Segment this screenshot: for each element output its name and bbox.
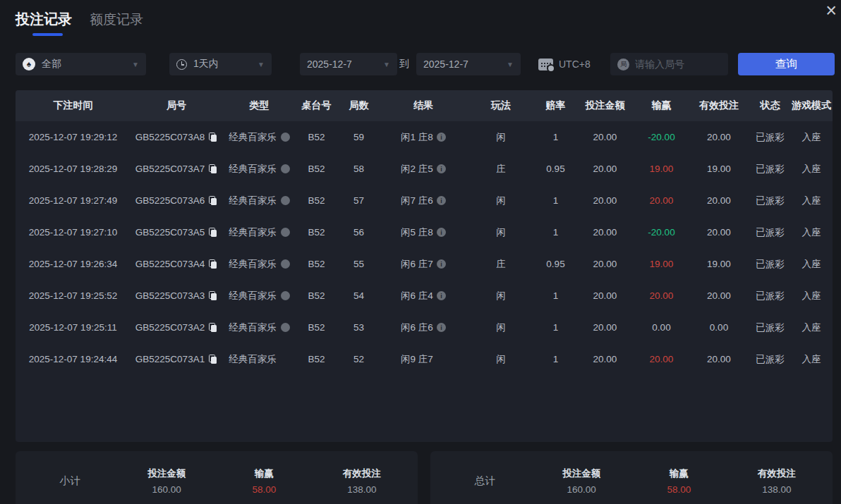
result-info-icon[interactable]: i <box>437 291 446 300</box>
game-type-text: 经典百家乐 <box>229 226 277 239</box>
cell-bet-amount: 20.00 <box>575 195 635 206</box>
result-text: 闲6 庄4 <box>401 290 433 302</box>
cell-bet-time: 2025-12-07 19:25:52 <box>16 290 131 301</box>
cell-odds: 0.95 <box>536 259 575 269</box>
cell-win-loss: -20.00 <box>635 227 688 238</box>
cell-game-mode: 入座 <box>790 258 833 271</box>
game-type-value: 全部 <box>42 58 61 70</box>
table-row: 2025-12-07 19:25:11 GB5225C073A2 经典百家乐 B… <box>16 312 833 343</box>
cell-round-no: 56 <box>337 227 381 238</box>
cell-game-mode: 入座 <box>790 163 833 176</box>
cell-play: 闲 <box>466 131 536 144</box>
cell-bet-amount: 20.00 <box>575 259 635 269</box>
column-header: 下注时间 <box>16 99 131 112</box>
summary-panel-label: 总计 <box>437 474 533 488</box>
result-info-icon[interactable]: i <box>437 323 446 332</box>
copy-icon[interactable] <box>209 323 217 332</box>
copy-icon[interactable] <box>209 196 217 205</box>
cell-result: 闲9 庄7 i <box>381 353 466 366</box>
table-row: 2025-12-07 19:25:52 GB5225C073A3 经典百家乐 B… <box>16 280 833 312</box>
cell-odds: 1 <box>536 322 575 333</box>
cell-bet-amount: 20.00 <box>575 132 635 142</box>
cell-round-id: GB5225C073A6 <box>131 195 222 206</box>
cell-bet-time: 2025-12-07 19:25:11 <box>16 322 131 333</box>
cell-win-loss: 19.00 <box>635 259 688 269</box>
table-row: 2025-12-07 19:29:12 GB5225C073A8 经典百家乐 B… <box>16 121 833 153</box>
cell-round-no: 54 <box>337 290 381 301</box>
column-header: 赔率 <box>536 99 575 112</box>
result-info-icon[interactable]: i <box>437 228 446 237</box>
column-header: 类型 <box>222 99 296 112</box>
round-id-text: GB5225C073A4 <box>135 259 205 269</box>
result-text: 闲1 庄8 <box>401 131 433 144</box>
cell-play: 闲 <box>466 226 536 239</box>
result-text: 闲5 庄8 <box>401 226 433 239</box>
tab-label: 额度记录 <box>90 12 143 27</box>
query-button[interactable]: 查询 <box>738 53 835 75</box>
cell-game-mode: 入座 <box>790 321 833 334</box>
column-header: 结果 <box>381 99 466 112</box>
summary-panel-label: 小计 <box>23 474 118 488</box>
type-detail-icon[interactable] <box>281 196 290 205</box>
cell-odds: 0.95 <box>536 164 575 174</box>
cell-table-no: B52 <box>296 164 337 174</box>
close-icon[interactable]: × <box>825 1 837 20</box>
date-to-value: 2025-12-7 <box>423 59 468 70</box>
summary-stat-label: 投注金额 <box>118 467 215 480</box>
result-info-icon[interactable]: i <box>437 259 446 269</box>
cell-game-mode: 入座 <box>790 290 833 302</box>
cell-round-id: GB5225C073A8 <box>131 132 222 142</box>
cell-status: 已派彩 <box>750 258 790 271</box>
cell-game-type: 经典百家乐 <box>222 226 296 239</box>
cell-odds: 1 <box>536 354 575 364</box>
type-detail-icon[interactable] <box>281 291 290 300</box>
tab-quota-records[interactable]: 额度记录 <box>90 11 143 36</box>
cell-valid-bet: 20.00 <box>688 290 750 301</box>
round-id-text: GB5225C073A3 <box>135 290 205 301</box>
copy-icon[interactable] <box>209 133 217 142</box>
summary-stat: 投注金额 160.00 <box>118 467 215 495</box>
date-to-dropdown[interactable]: 2025-12-7 ▼ <box>416 53 521 75</box>
cell-result: 闲2 庄5 i <box>381 163 466 176</box>
summary-stat: 投注金额 160.00 <box>533 467 630 495</box>
table-header: 下注时间局号类型桌台号局数结果玩法赔率投注金额输赢有效投注状态游戏模式 <box>16 90 833 121</box>
chevron-down-icon: ▼ <box>507 61 514 68</box>
type-detail-icon[interactable] <box>281 228 290 237</box>
table-body: 2025-12-07 19:29:12 GB5225C073A8 经典百家乐 B… <box>16 121 833 375</box>
type-detail-icon[interactable] <box>281 259 290 269</box>
cell-game-mode: 入座 <box>790 195 833 207</box>
cell-status: 已派彩 <box>750 321 790 334</box>
copy-icon[interactable] <box>209 355 217 364</box>
game-type-text: 经典百家乐 <box>229 163 277 176</box>
cell-round-id: GB5225C073A2 <box>131 322 222 333</box>
cell-table-no: B52 <box>296 259 337 269</box>
result-info-icon[interactable]: i <box>437 164 446 173</box>
type-detail-icon[interactable] <box>281 133 290 142</box>
copy-icon[interactable] <box>209 228 217 237</box>
result-text: 闲2 庄5 <box>401 163 433 176</box>
game-type-dropdown[interactable]: ♠ 全部 ▼ <box>16 53 146 75</box>
cell-odds: 1 <box>536 227 575 238</box>
calendar-clock-icon[interactable] <box>538 59 553 70</box>
type-detail-icon[interactable] <box>281 164 290 173</box>
round-id-text: GB5225C073A8 <box>135 132 205 142</box>
round-search-input[interactable] <box>635 59 713 70</box>
copy-icon[interactable] <box>209 259 217 269</box>
type-detail-icon[interactable] <box>281 323 290 332</box>
round-search-box: 局 <box>610 53 728 75</box>
cell-game-mode: 入座 <box>790 131 833 144</box>
time-range-dropdown[interactable]: 1天内 ▼ <box>169 53 272 75</box>
chevron-down-icon: ▼ <box>383 61 390 68</box>
summary-panel: 总计 投注金额 160.00 输赢 58.00 有效投注 138.00 <box>430 451 833 504</box>
cell-round-id: GB5225C073A1 <box>131 354 222 364</box>
column-header: 局数 <box>337 99 381 112</box>
round-id-text: GB5225C073A6 <box>135 195 205 206</box>
chevron-down-icon: ▼ <box>132 61 139 68</box>
date-from-dropdown[interactable]: 2025-12-7 ▼ <box>300 53 397 75</box>
copy-icon[interactable] <box>209 291 217 300</box>
result-info-icon[interactable]: i <box>437 196 446 205</box>
cell-play: 庄 <box>466 258 536 271</box>
result-info-icon[interactable]: i <box>437 133 446 142</box>
copy-icon[interactable] <box>209 164 217 173</box>
tab-bet-records[interactable]: 投注记录 <box>16 10 72 36</box>
